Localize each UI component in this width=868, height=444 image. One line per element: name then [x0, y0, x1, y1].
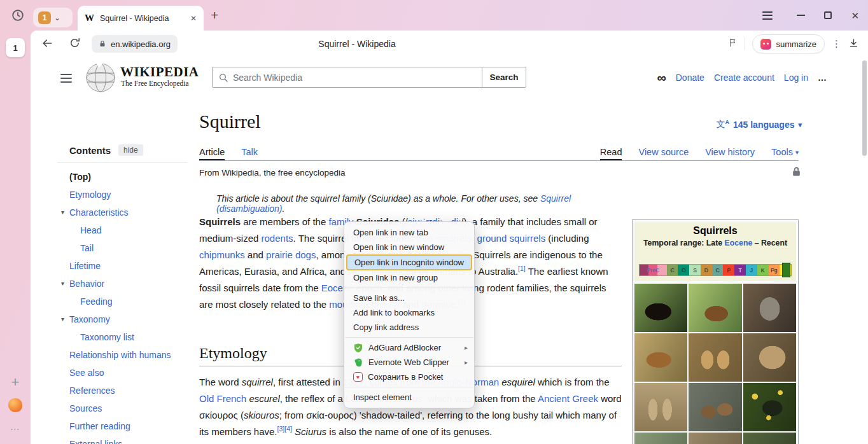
- address-bar[interactable]: en.wikipedia.org: [92, 35, 178, 53]
- geo-segment[interactable]: C: [712, 265, 724, 275]
- geo-segment[interactable]: Pg: [769, 265, 780, 275]
- infobox-photo[interactable]: [634, 433, 687, 444]
- toc-item-lifetime[interactable]: Lifetime: [57, 257, 188, 275]
- geo-segment[interactable]: O: [678, 265, 689, 275]
- infobox-photo[interactable]: [743, 333, 796, 382]
- tab-talk[interactable]: Talk: [241, 144, 258, 160]
- toc-toggle-icon[interactable]: ▾: [58, 275, 67, 293]
- menu-item-save-to-pocket[interactable]: ♥ Сохранить в Pocket: [344, 370, 474, 384]
- geo-segment[interactable]: T: [734, 265, 746, 275]
- clock-icon: [11, 8, 25, 22]
- toc-item-sources[interactable]: Sources: [57, 399, 188, 417]
- menu-item-copy-link-address[interactable]: Copy link address: [344, 320, 474, 335]
- evernote-elephant-icon: [353, 357, 363, 368]
- panel-number-button[interactable]: 1: [6, 38, 25, 57]
- infobox-photo[interactable]: [689, 333, 741, 382]
- menu-item-open-new-group[interactable]: Open link in new group: [344, 270, 474, 285]
- history-clock-button[interactable]: [9, 6, 27, 24]
- infobox-photo[interactable]: [743, 433, 796, 444]
- wiki-menu-icon[interactable]: [60, 74, 72, 83]
- taxobox-title: Squirrels: [636, 225, 795, 237]
- tab-view-source[interactable]: View source: [638, 144, 689, 160]
- tab-group-badge: 1: [38, 11, 51, 24]
- scrollbar-thumb[interactable]: [862, 60, 867, 156]
- infobox-photo[interactable]: [689, 433, 741, 444]
- window-close-button[interactable]: ✕: [851, 11, 859, 20]
- wikipedia-wordmark[interactable]: WIKIPEDIA: [120, 64, 199, 80]
- toc-item-behavior[interactable]: ▾Behavior: [57, 275, 188, 293]
- infobox-photo[interactable]: [634, 383, 687, 431]
- infobox-photo[interactable]: [634, 284, 687, 332]
- menu-item-open-incognito-window[interactable]: Open link in Incognito window: [346, 254, 472, 270]
- rail-add-button[interactable]: +: [0, 374, 31, 391]
- bookmark-flag-button[interactable]: [728, 37, 738, 51]
- geo-segment[interactable]: K: [757, 265, 769, 275]
- tab-view-history[interactable]: View history: [705, 144, 755, 160]
- toc-item-taxonomy[interactable]: ▾Taxonomy: [57, 310, 188, 328]
- toc-hide-button[interactable]: hide: [118, 144, 143, 156]
- tab-close-icon[interactable]: ✕: [190, 14, 197, 23]
- infobox-photo[interactable]: [689, 383, 741, 431]
- toc-item-taxonomy-list[interactable]: Taxonomy list: [57, 328, 188, 346]
- back-button[interactable]: [41, 37, 53, 52]
- minimize-button[interactable]: [797, 15, 805, 16]
- menu-item-evernote[interactable]: Evernote Web Clipper ▸: [344, 355, 474, 370]
- infobox-photo[interactable]: [634, 333, 687, 382]
- toc-item-see-also[interactable]: See also: [57, 364, 188, 382]
- infinity-icon[interactable]: ∞: [657, 71, 666, 84]
- browser-logo-icon[interactable]: [8, 398, 22, 412]
- geo-segment[interactable]: Є: [667, 265, 678, 275]
- toc-item-etymology[interactable]: Etymology: [57, 186, 188, 204]
- toc-item-further-reading[interactable]: Further reading: [57, 417, 188, 435]
- search-input[interactable]: [233, 73, 482, 83]
- toc-item-characteristics[interactable]: ▾Characteristics: [57, 204, 188, 221]
- page-protection-lock-icon[interactable]: [791, 165, 802, 180]
- geo-segment[interactable]: J: [746, 265, 757, 275]
- rail-more-icon[interactable]: ⋯: [0, 424, 31, 435]
- search-button[interactable]: Search: [482, 67, 526, 88]
- kebab-menu-icon[interactable]: ⋮: [832, 38, 841, 50]
- tab-read[interactable]: Read: [600, 144, 622, 160]
- toc-item-top[interactable]: (Top): [57, 168, 188, 186]
- languages-button[interactable]: 文A 145 languages ▾: [716, 119, 802, 130]
- summarize-button[interactable]: summarize: [752, 34, 825, 53]
- menu-item-add-link-to-bookmarks[interactable]: Add link to bookmarks: [344, 305, 474, 320]
- menu-item-open-new-tab[interactable]: Open link in new tab: [344, 225, 474, 240]
- toc-toggle-icon[interactable]: ▾: [58, 310, 67, 328]
- login-link[interactable]: Log in: [784, 73, 808, 83]
- infobox-photo[interactable]: [743, 383, 796, 431]
- tools-dropdown[interactable]: Tools▾: [771, 144, 799, 160]
- menu-item-inspect-element[interactable]: Inspect element: [344, 390, 474, 405]
- reload-button[interactable]: [69, 37, 81, 52]
- article-title: Squirrel: [199, 111, 261, 132]
- wiki-search-box[interactable]: [212, 67, 482, 88]
- menu-item-adguard[interactable]: AdGuard AdBlocker ▸: [344, 340, 474, 355]
- new-tab-button[interactable]: +: [211, 8, 218, 23]
- toc-toggle-icon[interactable]: ▾: [58, 204, 67, 221]
- maximize-button[interactable]: [824, 11, 832, 19]
- downloads-button[interactable]: [848, 37, 859, 52]
- create-account-link[interactable]: Create account: [714, 73, 774, 83]
- geo-segment[interactable]: PreЄ: [640, 265, 667, 275]
- toc-item-tail[interactable]: Tail: [57, 239, 188, 257]
- menu-item-save-link-as[interactable]: Save link as...: [344, 291, 474, 305]
- wikipedia-globe-logo[interactable]: [84, 60, 117, 95]
- geo-segment[interactable]: S: [689, 265, 701, 275]
- toolbar-right: summarize ⋮: [728, 34, 859, 54]
- infobox-photo[interactable]: [689, 284, 741, 332]
- menu-item-open-new-window[interactable]: Open link in new window: [344, 240, 474, 254]
- more-options-icon[interactable]: …: [818, 73, 827, 83]
- tab-article[interactable]: Article: [199, 144, 225, 160]
- browser-menu-icon[interactable]: [762, 11, 773, 20]
- donate-link[interactable]: Donate: [676, 73, 704, 83]
- toc-item-feeding[interactable]: Feeding: [57, 293, 188, 310]
- toc-item-references[interactable]: References: [57, 382, 188, 399]
- toc-item-relationship-with-humans[interactable]: Relationship with humans: [57, 346, 188, 364]
- toc-item-external-links[interactable]: External links: [57, 435, 188, 444]
- toc-item-head[interactable]: Head: [57, 221, 188, 239]
- tab-group-chip[interactable]: 1 ⌄: [33, 8, 73, 27]
- geo-segment[interactable]: P: [723, 265, 734, 275]
- geo-segment[interactable]: D: [701, 265, 712, 275]
- browser-tab[interactable]: W Squirrel - Wikipedia ✕: [78, 6, 204, 31]
- infobox-photo[interactable]: [743, 284, 796, 332]
